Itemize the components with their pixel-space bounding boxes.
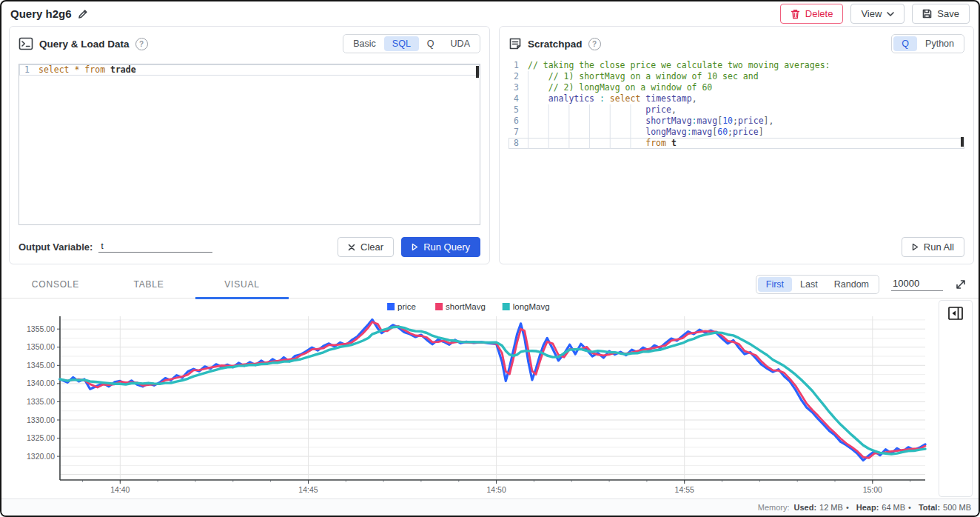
save-button-label: Save: [937, 8, 959, 19]
svg-text:14:45: 14:45: [298, 485, 318, 494]
sample-mode-first[interactable]: First: [758, 277, 792, 292]
scratchpad-mode-python[interactable]: Python: [917, 36, 962, 51]
edit-title-button[interactable]: [78, 9, 88, 19]
code-line-6[interactable]: 6 shortMavg:mavg[10;price],: [509, 116, 964, 127]
page-title: Query h2g6: [10, 7, 72, 20]
query-panel-header: Query & Load Data ? BasicSQLQUDA: [10, 27, 489, 61]
chart-side-panel: [939, 300, 973, 497]
clear-button-label: Clear: [360, 241, 383, 253]
svg-text:1335.00: 1335.00: [27, 397, 55, 406]
svg-text:1330.00: 1330.00: [27, 416, 55, 424]
view-button-label: View: [861, 8, 882, 19]
delete-button-label: Delete: [805, 8, 833, 19]
scratchpad-title: Scratchpad: [528, 39, 583, 50]
query-mode-segmented: BasicSQLQUDA: [343, 34, 480, 53]
svg-text:price: price: [397, 302, 416, 311]
line-number: 5: [509, 104, 528, 116]
collapse-panel-button[interactable]: [947, 306, 964, 321]
save-icon: [922, 9, 932, 19]
save-button[interactable]: Save: [912, 4, 970, 24]
scratchpad-header: Scratchpad ? QPython: [500, 27, 973, 61]
run-icon: [412, 243, 418, 251]
query-panel-footer: Output Variable: Clear Run Query: [19, 237, 480, 257]
legend-item-price[interactable]: price: [387, 302, 416, 311]
line-number: 3: [509, 82, 528, 93]
scratchpad-editor-scrollbar[interactable]: [961, 137, 964, 147]
app-header: Query h2g6 Delete View: [1, 1, 979, 26]
chart-series-price: [60, 319, 925, 460]
query-panel: Query & Load Data ? BasicSQLQUDA 1select…: [9, 26, 490, 264]
line-number: 7: [509, 127, 528, 138]
code-line-1[interactable]: 1select * from trade: [19, 64, 480, 76]
results-controls: FirstLastRandom: [756, 275, 979, 294]
query-editor-scrollbar[interactable]: [476, 66, 479, 78]
sample-size-input[interactable]: [891, 277, 943, 291]
sample-mode-last[interactable]: Last: [792, 277, 826, 292]
query-code-editor[interactable]: 1select * from trade: [19, 64, 480, 225]
clear-button[interactable]: Clear: [338, 237, 394, 257]
query-mode-sql[interactable]: SQL: [384, 36, 419, 51]
code-line-7[interactable]: 7 longMavg:mavg[60;price]: [509, 127, 964, 138]
header-actions: Delete View Save: [780, 4, 970, 24]
query-mode-basic[interactable]: Basic: [345, 36, 384, 51]
code-line-5[interactable]: 5 price,: [509, 104, 964, 116]
run-query-button[interactable]: Run Query: [401, 237, 480, 257]
app-window: Query h2g6 Delete View: [0, 0, 980, 517]
view-button[interactable]: View: [850, 4, 905, 24]
scratchpad-help-icon[interactable]: ?: [588, 38, 601, 50]
run-query-button-label: Run Query: [423, 241, 470, 253]
code-line-1[interactable]: 1// taking the close price we calculate …: [509, 60, 964, 71]
collapse-panel-icon: [947, 306, 964, 321]
run-all-button[interactable]: Run All: [902, 237, 964, 257]
results-tabs-row: CONSOLETABLEVISUAL FirstLastRandom: [1, 270, 979, 298]
svg-text:shortMavg: shortMavg: [446, 302, 486, 311]
svg-text:longMavg: longMavg: [513, 302, 550, 311]
memory-item-label: Total:: [919, 503, 940, 512]
svg-text:14:40: 14:40: [110, 485, 130, 494]
query-panel-title: Query & Load Data: [39, 39, 130, 50]
query-mode-uda[interactable]: UDA: [443, 36, 478, 51]
results-tabs: CONSOLETABLEVISUAL: [9, 270, 289, 298]
scratchpad-code-editor[interactable]: 1// taking the close price we calculate …: [509, 60, 964, 224]
memory-item-value: 500 MB: [943, 503, 971, 512]
svg-text:1345.00: 1345.00: [27, 361, 55, 370]
code-line-3[interactable]: 3 // 2) longMavg on a window of 60: [509, 82, 964, 93]
code-line-4[interactable]: 4 analytics : select timestamp,: [509, 93, 964, 104]
results-tab-table[interactable]: TABLE: [102, 270, 195, 298]
results-tab-visual[interactable]: VISUAL: [195, 270, 289, 298]
results-chart: 1320.001325.001330.001335.001340.001345.…: [4, 298, 934, 497]
results-tab-console[interactable]: CONSOLE: [9, 270, 102, 298]
line-number: 4: [509, 93, 528, 104]
run-all-button-label: Run All: [924, 241, 954, 253]
svg-text:1340.00: 1340.00: [27, 378, 55, 387]
scratchpad-footer: Run All: [509, 237, 964, 257]
output-variable-input[interactable]: [98, 241, 212, 253]
line-number: 1: [509, 60, 528, 71]
svg-text:1355.00: 1355.00: [27, 324, 55, 333]
clear-x-icon: [348, 244, 355, 251]
delete-button[interactable]: Delete: [780, 4, 844, 24]
code-line-2[interactable]: 2 // 1) shortMavg on a window of 10 sec …: [509, 71, 964, 82]
expand-icon[interactable]: [955, 278, 967, 290]
svg-text:1325.00: 1325.00: [27, 433, 55, 442]
line-number: 1: [19, 64, 38, 76]
legend-item-longMavg[interactable]: longMavg: [503, 302, 550, 311]
code-line-8[interactable]: 8 from t: [509, 138, 964, 149]
trash-icon: [791, 9, 800, 19]
svg-text:14:55: 14:55: [675, 485, 694, 494]
memory-item-label: Heap:: [856, 503, 879, 512]
svg-text:1320.00: 1320.00: [27, 452, 55, 461]
line-number: 6: [509, 116, 528, 127]
query-help-icon[interactable]: ?: [135, 38, 148, 50]
scratchpad-mode-q[interactable]: Q: [893, 36, 917, 51]
status-bar: Memory:Used:12 MB•Heap:64 MB•Total:500 M…: [1, 498, 979, 516]
query-mode-q[interactable]: Q: [419, 36, 443, 51]
sample-mode-random[interactable]: Random: [826, 277, 877, 292]
line-number: 2: [509, 71, 528, 82]
legend-item-shortMavg[interactable]: shortMavg: [435, 302, 486, 311]
chevron-down-icon: [887, 12, 894, 16]
run-all-icon: [912, 243, 919, 251]
svg-text:15:00: 15:00: [863, 485, 882, 494]
results-chart-area: 1320.001325.001330.001335.001340.001345.…: [4, 298, 936, 498]
scratchpad-panel: Scratchpad ? QPython 1// taking the clos…: [499, 26, 974, 264]
